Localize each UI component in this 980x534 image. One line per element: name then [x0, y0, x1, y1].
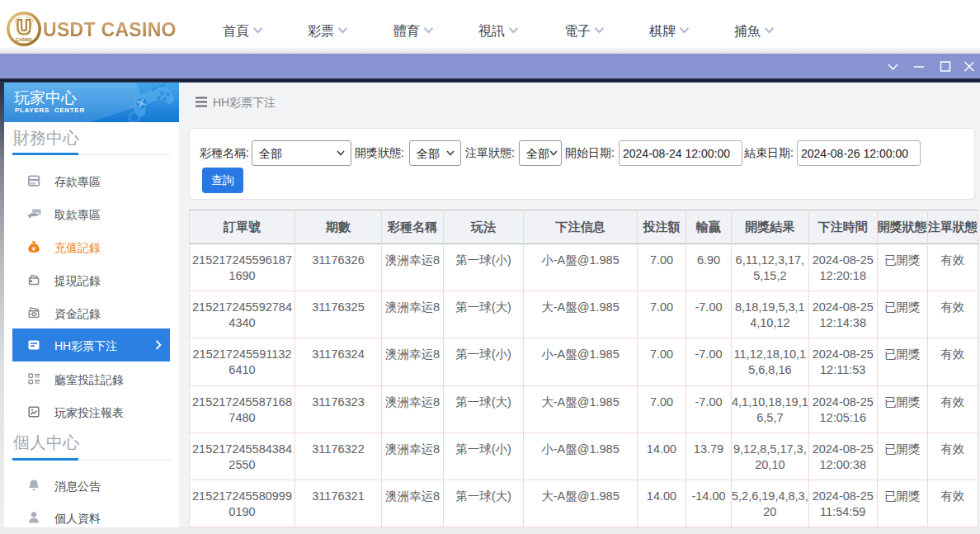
svg-text:¥: ¥ — [32, 245, 36, 253]
svg-text:CASINO: CASINO — [16, 37, 32, 42]
